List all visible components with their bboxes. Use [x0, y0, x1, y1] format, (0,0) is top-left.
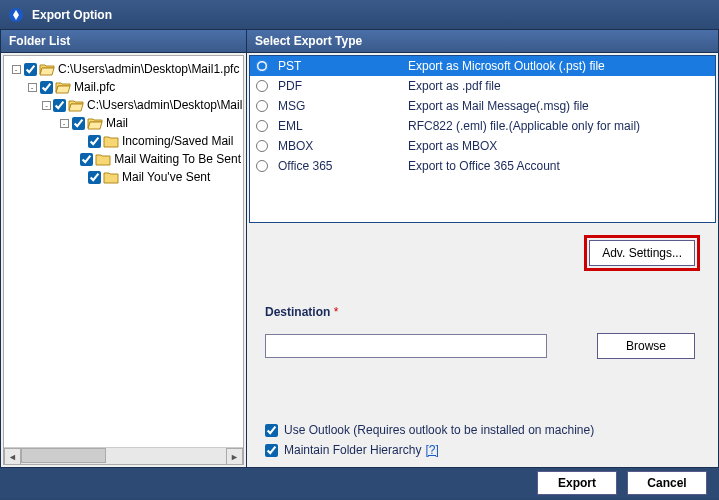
export-desc-label: Export as .pdf file: [408, 79, 709, 93]
maintain-hierarchy-checkbox[interactable]: [265, 444, 278, 457]
export-format-label: PST: [278, 59, 408, 73]
tree-item-label: C:\Users\admin\Desktop\Mail1.pfc: [58, 62, 239, 76]
export-format-label: PDF: [278, 79, 408, 93]
tree-item[interactable]: Mail You've Sent: [6, 168, 241, 186]
export-format-label: MBOX: [278, 139, 408, 153]
folder-open-icon: [87, 116, 103, 130]
tree-checkbox[interactable]: [88, 135, 101, 148]
window-title: Export Option: [32, 8, 112, 22]
tree-item-label: Mail.pfc: [74, 80, 115, 94]
collapse-icon[interactable]: -: [42, 99, 51, 111]
scroll-right-button[interactable]: ►: [226, 448, 243, 465]
tree-checkbox[interactable]: [24, 63, 37, 76]
export-radio-eml[interactable]: [256, 120, 268, 132]
destination-input[interactable]: [265, 334, 547, 358]
folder-open-icon: [68, 98, 84, 112]
tree-item[interactable]: -C:\Users\admin\Desktop\Mail1.pfc: [6, 60, 241, 78]
tree-item[interactable]: Mail Waiting To Be Sent: [6, 150, 241, 168]
export-format-label: EML: [278, 119, 408, 133]
collapse-icon[interactable]: -: [26, 81, 38, 93]
app-logo-icon: [8, 7, 24, 23]
maintain-hierarchy-checkbox-row[interactable]: Maintain Folder Hierarchy [?]: [265, 443, 700, 457]
export-option-msg[interactable]: MSGExport as Mail Message(.msg) file: [250, 96, 715, 116]
export-option-pst[interactable]: PSTExport as Microsoft Outlook (.pst) fi…: [250, 56, 715, 76]
folder-icon: [95, 152, 111, 166]
folder-list-header: Folder List: [1, 30, 246, 53]
folder-open-icon: [55, 80, 71, 94]
tree-item-label: Mail Waiting To Be Sent: [114, 152, 241, 166]
tree-spacer: [74, 135, 86, 147]
destination-label: Destination *: [265, 305, 700, 319]
tree-item[interactable]: Incoming/Saved Mail: [6, 132, 241, 150]
tree-item[interactable]: -Mail.pfc: [6, 78, 241, 96]
export-desc-label: Export as MBOX: [408, 139, 709, 153]
export-panel: Select Export Type PSTExport as Microsof…: [247, 30, 718, 467]
scroll-left-button[interactable]: ◄: [4, 448, 21, 465]
export-type-header: Select Export Type: [247, 30, 718, 53]
tree-item-label: C:\Users\admin\Desktop\Mail1.pfc: [87, 98, 244, 112]
tree-checkbox[interactable]: [40, 81, 53, 94]
footer: Export Cancel: [0, 468, 719, 498]
tree-item-label: Mail You've Sent: [122, 170, 210, 184]
export-radio-msg[interactable]: [256, 100, 268, 112]
use-outlook-checkbox[interactable]: [265, 424, 278, 437]
tree-spacer: [74, 171, 86, 183]
tree-item-label: Mail: [106, 116, 128, 130]
export-format-label: MSG: [278, 99, 408, 113]
help-link[interactable]: [?]: [425, 443, 438, 457]
adv-settings-button[interactable]: Adv. Settings...: [589, 240, 695, 266]
tree-item[interactable]: -Mail: [6, 114, 241, 132]
tree-item[interactable]: -C:\Users\admin\Desktop\Mail1.pfc: [6, 96, 241, 114]
export-radio-pdf[interactable]: [256, 80, 268, 92]
tree-checkbox[interactable]: [72, 117, 85, 130]
export-radio-o365[interactable]: [256, 160, 268, 172]
export-option-pdf[interactable]: PDFExport as .pdf file: [250, 76, 715, 96]
export-desc-label: Export as Microsoft Outlook (.pst) file: [408, 59, 709, 73]
form-area: Adv. Settings... Destination * Browse Us…: [247, 225, 718, 467]
export-format-label: Office 365: [278, 159, 408, 173]
export-desc-label: Export to Office 365 Account: [408, 159, 709, 173]
collapse-icon[interactable]: -: [10, 63, 22, 75]
export-desc-label: Export as Mail Message(.msg) file: [408, 99, 709, 113]
titlebar: Export Option: [0, 0, 719, 30]
export-option-o365[interactable]: Office 365Export to Office 365 Account: [250, 156, 715, 176]
collapse-icon[interactable]: -: [58, 117, 70, 129]
tree-checkbox[interactable]: [80, 153, 93, 166]
browse-button[interactable]: Browse: [597, 333, 695, 359]
export-button[interactable]: Export: [537, 471, 617, 495]
tree-checkbox[interactable]: [88, 171, 101, 184]
tree-item-label: Incoming/Saved Mail: [122, 134, 233, 148]
cancel-button[interactable]: Cancel: [627, 471, 707, 495]
folder-list-panel: Folder List -C:\Users\admin\Desktop\Mail…: [1, 30, 247, 467]
horizontal-scrollbar[interactable]: ◄ ►: [4, 447, 243, 464]
export-desc-label: RFC822 (.eml) file.(Applicable only for …: [408, 119, 709, 133]
adv-settings-highlight: Adv. Settings...: [584, 235, 700, 271]
folder-open-icon: [39, 62, 55, 76]
export-type-list: PSTExport as Microsoft Outlook (.pst) fi…: [249, 55, 716, 223]
export-option-mbox[interactable]: MBOXExport as MBOX: [250, 136, 715, 156]
export-option-eml[interactable]: EMLRFC822 (.eml) file.(Applicable only f…: [250, 116, 715, 136]
scroll-thumb[interactable]: [21, 448, 106, 463]
folder-icon: [103, 134, 119, 148]
export-radio-mbox[interactable]: [256, 140, 268, 152]
tree-spacer: [74, 153, 78, 165]
use-outlook-checkbox-row[interactable]: Use Outlook (Requires outlook to be inst…: [265, 423, 700, 437]
folder-icon: [103, 170, 119, 184]
use-outlook-label: Use Outlook (Requires outlook to be inst…: [284, 423, 594, 437]
folder-tree[interactable]: -C:\Users\admin\Desktop\Mail1.pfc-Mail.p…: [3, 55, 244, 465]
maintain-hierarchy-label: Maintain Folder Hierarchy: [284, 443, 421, 457]
content-area: Folder List -C:\Users\admin\Desktop\Mail…: [0, 30, 719, 468]
export-radio-pst[interactable]: [256, 60, 268, 72]
tree-checkbox[interactable]: [53, 99, 66, 112]
